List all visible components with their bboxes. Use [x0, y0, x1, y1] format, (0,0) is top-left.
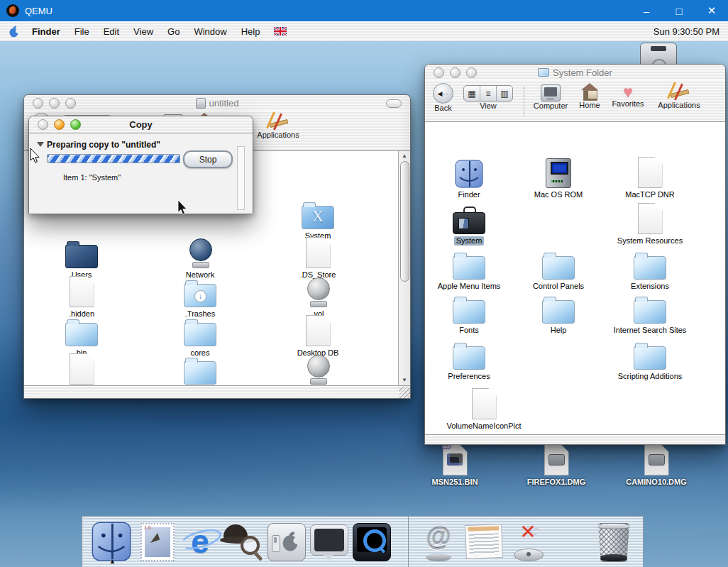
file-icon-fonts[interactable]: Fonts	[425, 292, 513, 335]
system-folder-titlebar[interactable]: System Folder	[425, 65, 725, 81]
dock-newspaper-icon[interactable]	[463, 522, 504, 563]
system-folder-content: Finder Mac OS ROM MacTCP DNR System Syst…	[425, 122, 725, 434]
file-icon-help[interactable]: Help	[514, 292, 602, 335]
applications-shortcut[interactable]: Applications	[253, 114, 304, 139]
file-icon-vol[interactable]: .vol	[282, 276, 353, 319]
file-icon-apple-menu-items[interactable]: Apple Menu Items	[425, 248, 513, 291]
no-signal-x-icon: ✕	[507, 520, 548, 544]
dock-trash-icon[interactable]	[592, 522, 634, 563]
apple-menu[interactable]	[0, 21, 25, 41]
folder-mini-icon	[538, 68, 549, 77]
file-icon-desktop-db[interactable]: Desktop DB	[282, 315, 353, 358]
menu-item-window[interactable]: Window	[187, 21, 233, 41]
system-x-folder-icon	[302, 206, 334, 229]
dock-sherlock-icon[interactable]	[221, 522, 262, 563]
resize-grip[interactable]	[399, 387, 410, 398]
system-folder-statusbar	[425, 434, 725, 444]
file-icon-system[interactable]: System	[282, 198, 353, 241]
desktop-icon-firefox1[interactable]: FIREFOX1.DMG	[514, 444, 599, 487]
qemu-app-icon	[6, 4, 19, 17]
folder-icon	[634, 256, 666, 280]
document-icon	[638, 157, 663, 188]
menu-item-go[interactable]: Go	[160, 21, 187, 41]
file-icon-control-panels[interactable]: Control Panels	[514, 248, 602, 291]
toolbar-toggle-pill[interactable]	[386, 99, 402, 108]
copy-dialog-title: Copy	[29, 119, 253, 130]
stop-button[interactable]: Stop	[183, 150, 233, 168]
menu-bar-clock[interactable]: Sun 9:30:50 PM	[653, 26, 728, 37]
file-icon-bin[interactable]: bin	[46, 315, 117, 358]
folder-icon	[453, 300, 485, 324]
applications-shortcut[interactable]: Applications	[652, 84, 706, 109]
copy-item-text: Item 1: "System"	[63, 173, 121, 182]
menu-item-help[interactable]: Help	[234, 21, 268, 41]
desktop-icon-camino10[interactable]: CAMINO10.DMG	[614, 444, 699, 487]
file-icon-cores[interactable]: cores	[165, 315, 236, 358]
file-icon-system-resources[interactable]: System Resources	[606, 203, 694, 246]
folder-icon	[634, 346, 666, 370]
maximize-button[interactable]: □	[663, 0, 695, 21]
view-segmented-control[interactable]: ▦ ≡ ▥ View	[463, 85, 513, 110]
file-icon-desktop-folder[interactable]: Desktop Folder	[165, 353, 236, 385]
scrollbar-thumb[interactable]	[400, 161, 409, 282]
dock-mail-at-icon[interactable]: @	[418, 522, 459, 563]
menu-item-finder[interactable]: Finder	[25, 21, 67, 41]
dock-displays-icon[interactable]	[309, 522, 350, 563]
untitled-window-title: untitled	[24, 98, 410, 109]
computer-shortcut[interactable]: Computer	[534, 84, 568, 110]
close-button[interactable]: ✕	[695, 0, 728, 21]
copy-titlebar[interactable]: Copy	[29, 116, 253, 133]
dock-internet-explorer-icon[interactable]: e	[180, 522, 221, 563]
disclosure-triangle-icon[interactable]	[37, 142, 44, 147]
volume-icon	[196, 98, 206, 109]
folder-icon	[634, 300, 666, 324]
menu-item-view[interactable]: View	[126, 21, 160, 41]
file-icon-system-selected[interactable]: System	[425, 203, 513, 246]
file-icon-mac-os-rom[interactable]: Mac OS ROM	[514, 157, 602, 199]
file-icon-scripting-additions[interactable]: Scripting Additions	[606, 338, 694, 381]
file-icon-trashes[interactable]: .Trashes	[165, 276, 236, 319]
column-view-icon[interactable]: ▥	[496, 86, 512, 101]
file-icon-preferences[interactable]: Preferences	[425, 338, 513, 381]
untitled-titlebar[interactable]: untitled	[24, 95, 410, 111]
file-icon-volumenameiconpict[interactable]: VolumeNameIconPict	[438, 388, 530, 431]
volume-globe-icon	[305, 355, 331, 385]
desktop-icon-msn251[interactable]: .BIN MSN251.BIN	[412, 444, 497, 487]
minimize-button[interactable]: –	[630, 0, 663, 21]
file-icon-mactcp-dnr[interactable]: MacTCP DNR	[606, 157, 694, 199]
file-icon-internet-search-sites[interactable]: Internet Search Sites	[606, 292, 694, 335]
menu-item-file[interactable]: File	[67, 21, 96, 41]
scroll-down-arrow[interactable]: ▼	[399, 375, 410, 385]
folder-icon	[184, 361, 216, 385]
dock-quicktime-icon[interactable]	[351, 522, 392, 563]
file-icon-extensions[interactable]: Extensions	[606, 248, 694, 291]
list-view-icon[interactable]: ≡	[480, 86, 496, 101]
file-icon-finder[interactable]: Finder	[425, 157, 513, 199]
file-icon-desktop-df[interactable]: Desktop DF	[46, 353, 117, 385]
home-shortcut[interactable]: Home	[577, 84, 602, 109]
menu-item-edit[interactable]: Edit	[96, 21, 126, 41]
vertical-scrollbar[interactable]: ▲ ▼	[398, 151, 410, 385]
untitled-statusbar	[24, 385, 410, 398]
back-button[interactable]: ◀·· Back	[433, 83, 453, 112]
file-icon-users[interactable]: Users	[46, 237, 117, 280]
file-icon-hidden[interactable]: .hidden	[46, 276, 117, 319]
apple-logo-icon	[9, 26, 19, 38]
disk-image-document-icon	[544, 444, 569, 475]
dock-airport-icon[interactable]: ✕	[507, 522, 548, 563]
icon-view-icon[interactable]: ▦	[464, 86, 480, 101]
dock-mail-stamp-icon[interactable]: 1.0	[137, 522, 178, 563]
keyboard-layout-menu[interactable]	[267, 21, 294, 41]
file-icon-dev[interactable]: dev	[282, 353, 353, 385]
file-icon-ds-store[interactable]: .DS_Store	[282, 237, 353, 280]
dock-system-preferences-icon[interactable]	[266, 522, 307, 563]
file-icon-network[interactable]: Network	[165, 237, 236, 280]
favorites-shortcut[interactable]: ♥ Favorites	[610, 84, 646, 108]
qemu-titlebar[interactable]: QEMU – □ ✕	[0, 0, 728, 21]
home-icon	[580, 84, 599, 101]
suitcase-icon	[453, 212, 485, 234]
dialog-scroll-track[interactable]	[237, 146, 245, 210]
scroll-up-arrow[interactable]: ▲	[399, 151, 410, 161]
at-sign-icon: @	[418, 522, 459, 563]
dock-finder-icon[interactable]	[92, 522, 133, 563]
